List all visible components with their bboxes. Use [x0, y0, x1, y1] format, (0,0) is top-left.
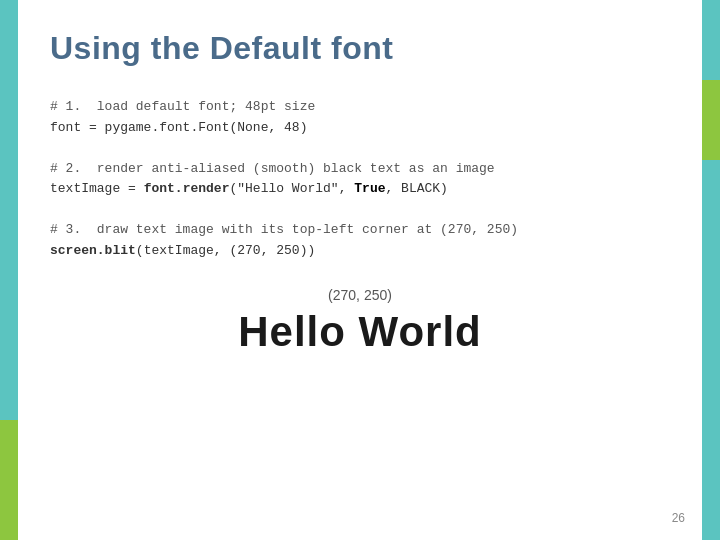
right-bar-bottom — [702, 160, 720, 540]
right-bar — [702, 0, 720, 540]
comment-1: # 1. load default font; 48pt size — [50, 97, 670, 118]
right-bar-mid — [702, 80, 720, 160]
demo-coords: (270, 250) — [50, 287, 670, 303]
code-line-2: textImage = font.render("Hello World", T… — [50, 179, 670, 200]
left-bar-teal — [0, 0, 18, 420]
code-block-2: # 2. render anti-aliased (smooth) black … — [50, 159, 670, 201]
comment-2: # 2. render anti-aliased (smooth) black … — [50, 159, 670, 180]
main-content: Using the Default font # 1. load default… — [30, 0, 690, 540]
code-block-1: # 1. load default font; 48pt size font =… — [50, 97, 670, 139]
page-number: 26 — [672, 511, 685, 525]
code-section-1: # 1. load default font; 48pt size font =… — [50, 97, 670, 139]
code-block-3: # 3. draw text image with its top-left c… — [50, 220, 670, 262]
page-title: Using the Default font — [50, 30, 670, 67]
code-section-3: # 3. draw text image with its top-left c… — [50, 220, 670, 262]
left-bar-green — [0, 420, 18, 540]
demo-area: (270, 250) Hello World — [50, 287, 670, 356]
code-line-1: font = pygame.font.Font(None, 48) — [50, 118, 670, 139]
code-line-3: screen.blit(textImage, (270, 250)) — [50, 241, 670, 262]
left-bar — [0, 0, 18, 540]
demo-text: Hello World — [50, 308, 670, 356]
code-section-2: # 2. render anti-aliased (smooth) black … — [50, 159, 670, 201]
right-bar-top — [702, 0, 720, 80]
comment-3: # 3. draw text image with its top-left c… — [50, 220, 670, 241]
